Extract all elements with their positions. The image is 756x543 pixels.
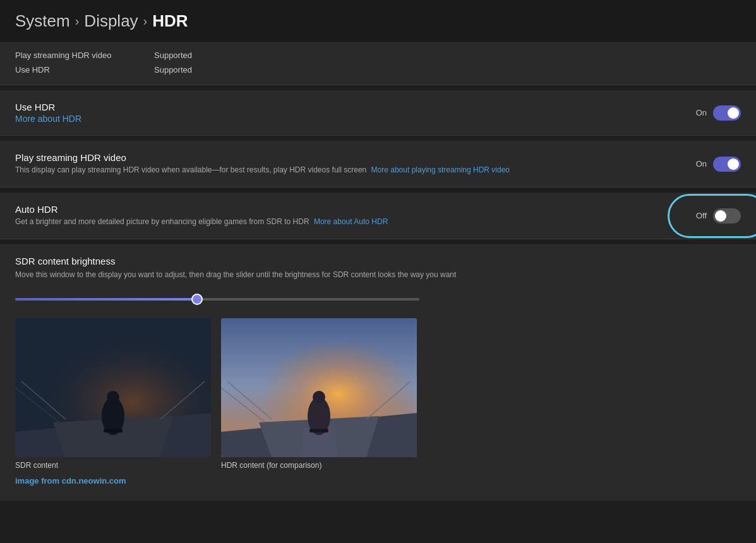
- auto-hdr-section: Auto HDR Get a brighter and more detaile…: [0, 193, 756, 239]
- sdr-image: [15, 318, 211, 457]
- sdr-brightness-title: SDR content brightness: [15, 256, 741, 266]
- breadcrumb-display[interactable]: Display: [84, 11, 138, 31]
- svg-rect-20: [309, 429, 328, 433]
- header: System › Display › HDR: [0, 0, 756, 43]
- svg-rect-9: [104, 429, 123, 433]
- play-streaming-right: On: [696, 157, 741, 172]
- breadcrumb-system[interactable]: System: [15, 11, 70, 31]
- use-hdr-link[interactable]: More about HDR: [15, 114, 81, 124]
- cap-row-streaming: Play streaming HDR video Supported: [15, 48, 741, 63]
- hdr-svg: [221, 318, 417, 457]
- capability-table: Play streaming HDR video Supported Use H…: [0, 43, 756, 85]
- image-comparison: SDR content: [15, 318, 741, 470]
- slider-thumb[interactable]: [191, 294, 203, 305]
- sdr-brightness-section: SDR content brightness Move this window …: [0, 244, 756, 501]
- svg-point-19: [313, 391, 325, 403]
- play-streaming-toggle-knob: [728, 158, 739, 170]
- sdr-svg: [15, 318, 211, 457]
- auto-hdr-toggle[interactable]: [713, 208, 741, 224]
- hdr-image: [221, 318, 417, 457]
- sdr-panel: SDR content: [15, 318, 211, 470]
- breadcrumb-hdr: HDR: [152, 11, 188, 31]
- use-hdr-toggle-knob: [728, 107, 739, 119]
- auto-hdr-desc-text: Get a brighter and more detailed picture…: [15, 217, 309, 226]
- slider-fill: [15, 298, 197, 301]
- use-hdr-toggle[interactable]: [713, 105, 741, 121]
- cap-row-usehdr: Use HDR Supported: [15, 63, 741, 77]
- auto-hdr-link[interactable]: More about Auto HDR: [314, 217, 388, 226]
- use-hdr-title: Use HDR: [15, 102, 683, 112]
- content-area: Play streaming HDR video Supported Use H…: [0, 43, 756, 501]
- cap-value-usehdr: Supported: [154, 65, 192, 75]
- brightness-slider-container: [15, 293, 419, 306]
- cap-label-streaming: Play streaming HDR video: [15, 51, 154, 60]
- play-streaming-desc: This display can play streaming HDR vide…: [15, 164, 552, 176]
- play-streaming-link[interactable]: More about playing streaming HDR video: [371, 165, 510, 174]
- neowin-credit: image from cdn.neowin.com: [15, 476, 741, 486]
- auto-hdr-desc: Get a brighter and more detailed picture…: [15, 216, 552, 227]
- auto-hdr-title: Auto HDR: [15, 204, 683, 215]
- auto-hdr-right: Off: [696, 208, 741, 224]
- auto-hdr-toggle-label: Off: [696, 211, 707, 220]
- sdr-brightness-desc: Move this window to the display you want…: [15, 269, 741, 280]
- breadcrumb-sep1: ›: [75, 14, 80, 28]
- hdr-panel: HDR content (for comparison): [221, 318, 417, 470]
- cap-label-usehdr: Use HDR: [15, 65, 154, 75]
- play-streaming-section: Play streaming HDR video This display ca…: [0, 141, 756, 188]
- use-hdr-section: Use HDR More about HDR On: [0, 90, 756, 136]
- cap-value-streaming: Supported: [154, 51, 192, 60]
- slider-track: [15, 298, 419, 301]
- use-hdr-right: On: [696, 105, 741, 121]
- use-hdr-left: Use HDR More about HDR: [15, 102, 683, 124]
- play-streaming-left: Play streaming HDR video This display ca…: [15, 152, 683, 176]
- breadcrumb: System › Display › HDR: [15, 11, 741, 31]
- auto-hdr-left: Auto HDR Get a brighter and more detaile…: [15, 204, 683, 227]
- play-streaming-title: Play streaming HDR video: [15, 152, 683, 163]
- svg-point-8: [107, 391, 119, 403]
- play-streaming-toggle[interactable]: [713, 157, 741, 172]
- use-hdr-toggle-label: On: [696, 108, 707, 117]
- play-streaming-toggle-label: On: [696, 159, 707, 169]
- auto-hdr-toggle-knob: [715, 210, 726, 222]
- hdr-label: HDR content (for comparison): [221, 461, 417, 470]
- play-streaming-desc-text: This display can play streaming HDR vide…: [15, 165, 366, 174]
- breadcrumb-sep2: ›: [143, 14, 148, 28]
- sdr-label: SDR content: [15, 461, 211, 470]
